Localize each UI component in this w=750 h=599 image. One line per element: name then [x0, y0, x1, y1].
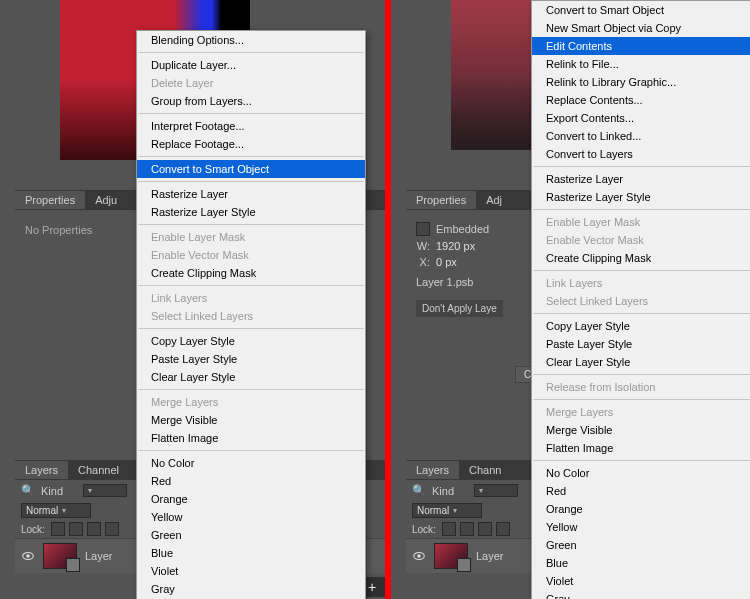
- menu-item[interactable]: Edit Contents: [532, 37, 750, 55]
- menu-item[interactable]: Convert to Smart Object: [137, 160, 365, 178]
- layer-name[interactable]: Layer: [85, 550, 113, 562]
- menu-item[interactable]: Blue: [532, 554, 750, 572]
- embedded-icon: [416, 222, 430, 236]
- properties-tab[interactable]: Properties: [406, 191, 476, 209]
- menu-item[interactable]: Orange: [532, 500, 750, 518]
- menu-item[interactable]: Merge Visible: [137, 411, 365, 429]
- menu-item[interactable]: Red: [137, 472, 365, 490]
- lock-artboard-icon[interactable]: [105, 522, 119, 536]
- menu-item: Link Layers: [137, 289, 365, 307]
- menu-item: Select Linked Layers: [532, 292, 750, 310]
- w-value[interactable]: 1920 px: [436, 240, 475, 252]
- svg-point-3: [417, 554, 421, 558]
- layers-tab[interactable]: Layers: [406, 461, 459, 479]
- menu-separator: [533, 209, 750, 210]
- menu-item[interactable]: Rasterize Layer: [137, 185, 365, 203]
- lock-all-icon[interactable]: [478, 522, 492, 536]
- lock-position-icon[interactable]: [460, 522, 474, 536]
- properties-tab[interactable]: Properties: [15, 191, 85, 209]
- kind-label: Kind: [432, 485, 468, 497]
- search-icon[interactable]: 🔍: [412, 484, 426, 497]
- layer-context-menu: Convert to Smart ObjectNew Smart Object …: [531, 0, 750, 599]
- visibility-eye-icon[interactable]: [412, 549, 426, 563]
- lock-pixels-icon[interactable]: [442, 522, 456, 536]
- menu-item[interactable]: Clear Layer Style: [137, 368, 365, 386]
- lock-all-icon[interactable]: [87, 522, 101, 536]
- menu-item[interactable]: Merge Visible: [532, 421, 750, 439]
- menu-item[interactable]: Red: [532, 482, 750, 500]
- menu-item[interactable]: Violet: [137, 562, 365, 580]
- menu-separator: [138, 181, 364, 182]
- menu-item[interactable]: Gray: [137, 580, 365, 598]
- menu-separator: [138, 389, 364, 390]
- menu-item[interactable]: Paste Layer Style: [137, 350, 365, 368]
- menu-item: Enable Vector Mask: [137, 246, 365, 264]
- menu-item[interactable]: Duplicate Layer...: [137, 56, 365, 74]
- menu-item[interactable]: Gray: [532, 590, 750, 599]
- menu-item[interactable]: No Color: [532, 464, 750, 482]
- lock-artboard-icon[interactable]: [496, 522, 510, 536]
- kind-select[interactable]: [83, 484, 127, 497]
- layer-thumbnail[interactable]: [43, 543, 77, 569]
- layer-thumbnail[interactable]: [434, 543, 468, 569]
- menu-item[interactable]: Copy Layer Style: [532, 317, 750, 335]
- menu-item[interactable]: Rasterize Layer Style: [137, 203, 365, 221]
- menu-item[interactable]: Relink to Library Graphic...: [532, 73, 750, 91]
- search-icon[interactable]: 🔍: [21, 484, 35, 497]
- menu-item[interactable]: New Smart Object via Copy: [532, 19, 750, 37]
- menu-item[interactable]: Rasterize Layer: [532, 170, 750, 188]
- menu-item[interactable]: Convert to Layers: [532, 145, 750, 163]
- no-properties-label: No Properties: [25, 224, 92, 236]
- menu-item[interactable]: Replace Footage...: [137, 135, 365, 153]
- layer-name[interactable]: Layer: [476, 550, 504, 562]
- blend-mode-select[interactable]: Normal: [21, 503, 91, 518]
- menu-separator: [533, 270, 750, 271]
- adjustments-tab[interactable]: Adju: [85, 191, 127, 209]
- properties-body: No Properties: [15, 210, 102, 250]
- x-value[interactable]: 0 px: [436, 256, 457, 268]
- adjustments-tab[interactable]: Adj: [476, 191, 512, 209]
- menu-item: Merge Layers: [137, 393, 365, 411]
- layers-tab[interactable]: Layers: [15, 461, 68, 479]
- kind-select[interactable]: [474, 484, 518, 497]
- menu-item[interactable]: Interpret Footage...: [137, 117, 365, 135]
- menu-item[interactable]: Violet: [532, 572, 750, 590]
- menu-item[interactable]: No Color: [137, 454, 365, 472]
- w-label: W:: [416, 240, 430, 252]
- lock-position-icon[interactable]: [69, 522, 83, 536]
- menu-item[interactable]: Convert to Linked...: [532, 127, 750, 145]
- menu-item[interactable]: Yellow: [532, 518, 750, 536]
- menu-item: Merge Layers: [532, 403, 750, 421]
- menu-item[interactable]: Flatten Image: [137, 429, 365, 447]
- menu-item[interactable]: Orange: [137, 490, 365, 508]
- menu-item[interactable]: Paste Layer Style: [532, 335, 750, 353]
- menu-item[interactable]: Clear Layer Style: [532, 353, 750, 371]
- dont-apply-label[interactable]: Don't Apply Laye: [416, 300, 503, 317]
- menu-item[interactable]: Convert to Smart Object: [532, 1, 750, 19]
- menu-separator: [138, 156, 364, 157]
- lock-pixels-icon[interactable]: [51, 522, 65, 536]
- menu-item[interactable]: Green: [532, 536, 750, 554]
- menu-separator: [138, 285, 364, 286]
- menu-item: Enable Vector Mask: [532, 231, 750, 249]
- menu-item[interactable]: Yellow: [137, 508, 365, 526]
- menu-item[interactable]: Blending Options...: [137, 31, 365, 49]
- menu-item[interactable]: Group from Layers...: [137, 92, 365, 110]
- blend-mode-select[interactable]: Normal: [412, 503, 482, 518]
- visibility-eye-icon[interactable]: [21, 549, 35, 563]
- menu-item[interactable]: Replace Contents...: [532, 91, 750, 109]
- menu-item[interactable]: Rasterize Layer Style: [532, 188, 750, 206]
- properties-body: Embedded W:1920 px X:0 px Layer 1.psb Do…: [406, 210, 513, 331]
- channels-tab[interactable]: Channel: [68, 461, 129, 479]
- menu-separator: [533, 374, 750, 375]
- menu-item[interactable]: Create Clipping Mask: [532, 249, 750, 267]
- menu-item[interactable]: Copy Layer Style: [137, 332, 365, 350]
- menu-item[interactable]: Export Contents...: [532, 109, 750, 127]
- menu-item[interactable]: Relink to File...: [532, 55, 750, 73]
- menu-item[interactable]: Create Clipping Mask: [137, 264, 365, 282]
- menu-item[interactable]: Blue: [137, 544, 365, 562]
- svg-point-1: [26, 554, 30, 558]
- channels-tab[interactable]: Chann: [459, 461, 511, 479]
- menu-item[interactable]: Green: [137, 526, 365, 544]
- menu-item[interactable]: Flatten Image: [532, 439, 750, 457]
